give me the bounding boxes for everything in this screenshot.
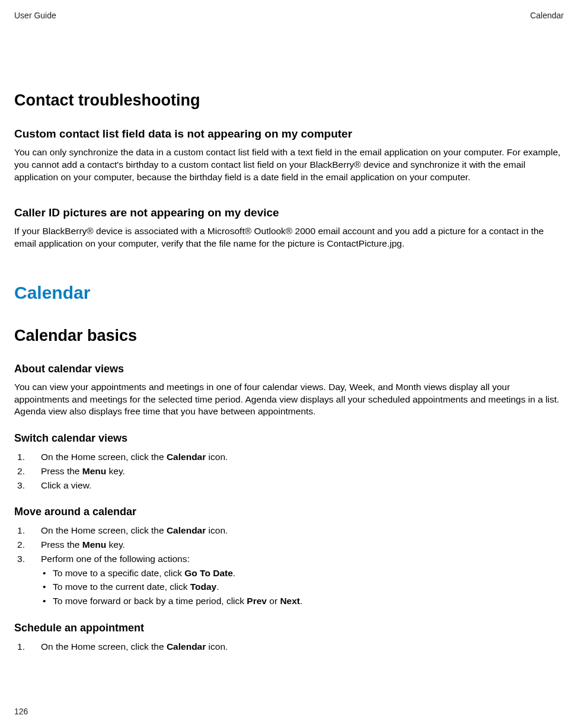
subsection-body-about-calendar-views: You can view your appointments and meeti…	[14, 381, 564, 419]
bullet-text: To move to a specific date, click	[53, 568, 184, 578]
step-text: Press the	[41, 539, 82, 550]
step-bold: Calendar	[167, 525, 206, 535]
step-bold: Menu	[82, 539, 106, 550]
subsection-title-schedule-appointment: Schedule an appointment	[14, 622, 564, 634]
list-item: To move forward or back by a time period…	[41, 595, 564, 608]
bullet-text: To move to the current date, click	[53, 582, 190, 592]
bullet-bold: Today	[190, 582, 217, 592]
header-right: Calendar	[530, 11, 564, 20]
bullet-bold: Prev	[247, 596, 267, 606]
list-item: On the Home screen, click the Calendar i…	[14, 524, 564, 537]
list-item: Press the Menu key.	[14, 538, 564, 551]
step-text: On the Home screen, click the	[41, 641, 167, 652]
page-header: User Guide Calendar	[0, 0, 578, 20]
bullet-bold: Next	[280, 596, 300, 606]
list-item: On the Home screen, click the Calendar i…	[14, 451, 564, 464]
page-content: Contact troubleshooting Custom contact l…	[0, 20, 578, 653]
bullet-text: .	[216, 582, 219, 592]
subsection-title-switch-calendar-views: Switch calendar views	[14, 432, 564, 445]
subsection-body-caller-id: If your BlackBerry® device is associated…	[14, 225, 564, 250]
step-text: On the Home screen, click the	[41, 525, 167, 535]
page-number: 126	[14, 707, 28, 716]
bullet-text: or	[267, 596, 280, 606]
subsection-title-caller-id: Caller ID pictures are not appearing on …	[14, 206, 564, 219]
section-title-calendar-basics: Calendar basics	[14, 327, 564, 345]
subsection-title-move-around-calendar: Move around a calendar	[14, 506, 564, 518]
step-text: icon.	[206, 452, 228, 462]
chapter-title-calendar: Calendar	[14, 283, 564, 303]
list-item: To move to a specific date, click Go To …	[41, 567, 564, 580]
step-text: On the Home screen, click the	[41, 452, 167, 462]
subsection-title-about-calendar-views: About calendar views	[14, 363, 564, 375]
steps-schedule-appointment: On the Home screen, click the Calendar i…	[14, 640, 564, 653]
step-text: Perform one of the following actions:	[41, 554, 190, 564]
step-text: icon.	[206, 641, 228, 652]
step-text: key.	[106, 466, 125, 476]
subsection-body-custom-contact: You can only synchronize the data in a c…	[14, 146, 564, 184]
list-item: Click a view.	[14, 479, 564, 492]
sub-bullets: To move to a specific date, click Go To …	[41, 567, 564, 608]
bullet-text: .	[300, 596, 302, 606]
subsection-title-custom-contact: Custom contact list field data is not ap…	[14, 127, 564, 141]
steps-move-around-calendar: On the Home screen, click the Calendar i…	[14, 524, 564, 607]
step-text: Click a view.	[41, 480, 91, 490]
list-item: Perform one of the following actions: To…	[14, 553, 564, 608]
step-text: key.	[106, 539, 125, 550]
list-item: To move to the current date, click Today…	[41, 580, 564, 593]
step-bold: Menu	[82, 466, 106, 476]
list-item: On the Home screen, click the Calendar i…	[14, 640, 564, 653]
list-item: Press the Menu key.	[14, 465, 564, 478]
bullet-bold: Go To Date	[184, 568, 233, 578]
section-title-contact-troubleshooting: Contact troubleshooting	[14, 91, 564, 110]
step-text: icon.	[206, 525, 228, 535]
bullet-text: .	[233, 568, 235, 578]
step-bold: Calendar	[167, 452, 206, 462]
header-left: User Guide	[14, 11, 56, 20]
steps-switch-calendar-views: On the Home screen, click the Calendar i…	[14, 451, 564, 491]
bullet-text: To move forward or back by a time period…	[53, 596, 247, 606]
step-bold: Calendar	[167, 641, 206, 652]
step-text: Press the	[41, 466, 82, 476]
